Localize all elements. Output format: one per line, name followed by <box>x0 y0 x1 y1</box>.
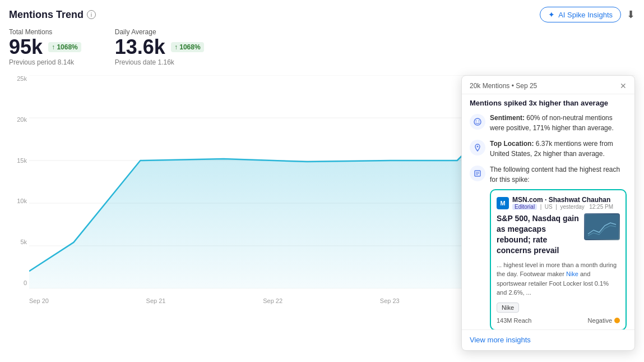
tooltip-date-badge: 20k Mentions • Sep 25 <box>470 82 537 90</box>
source-meta: Editorial | US | yesterday 12:25 PM <box>512 204 613 210</box>
daily-avg-value: 13.6k <box>115 37 165 57</box>
daily-avg-main: 13.6k ↑ 1068% <box>115 37 204 57</box>
daily-avg-label: Daily Average <box>115 28 204 36</box>
highlight-nike: Nike <box>566 271 578 277</box>
article-content-row: S&P 500, Nasdaq gain as megacaps rebound… <box>497 213 620 256</box>
tooltip-popup: 20k Mentions • Sep 25 ✕ Mentions spiked … <box>461 75 635 351</box>
x-label-sep20: Sep 20 <box>29 297 49 304</box>
view-more-row: View more insights <box>462 329 634 350</box>
article-tag[interactable]: Nike <box>497 303 519 313</box>
ai-spike-button[interactable]: ✦ AI Spike Insights <box>540 7 621 22</box>
location-icon <box>470 140 485 155</box>
y-axis: 25k 20k 15k 10k 5k 0 <box>9 75 27 288</box>
article-source-row: M MSN.com · Shashwat Chauhan Editorial |… <box>497 196 620 210</box>
sentiment-dot <box>614 318 620 323</box>
msn-logo: M <box>497 197 509 209</box>
chart-area: 25k 20k 15k 10k 5k 0 <box>9 75 635 311</box>
tooltip-close-icon[interactable]: ✕ <box>620 81 627 90</box>
editorial-badge: Editorial <box>512 204 537 210</box>
reach-text: 143M Reach <box>497 317 531 324</box>
location-insight-text: Top Location: 6.37k mentions were from U… <box>490 139 627 159</box>
ai-spike-label: AI Spike Insights <box>558 11 613 19</box>
y-label-25k: 25k <box>9 75 27 82</box>
sentiment-badge: Negative <box>588 317 620 324</box>
y-label-15k: 15k <box>9 157 27 164</box>
tooltip-spike-title: Mentions spiked 3x higher than average <box>462 94 634 111</box>
source-region: US <box>545 204 553 210</box>
sentiment-insight-text: Sentiment: 60% of non-neutral mentions w… <box>490 113 627 133</box>
header-row: Mentions Trend i ✦ AI Spike Insights ⬇ <box>9 7 635 22</box>
total-mentions-label: Total Mentions <box>9 28 81 36</box>
svg-point-9 <box>479 121 480 122</box>
svg-point-7 <box>474 118 481 125</box>
article-wrapper: The following content had the highest re… <box>490 164 627 329</box>
header-right: ✦ AI Spike Insights ⬇ <box>540 7 635 22</box>
page-title: Mentions Trend <box>9 9 84 21</box>
sentiment-icon <box>470 114 485 130</box>
sentiment-insight-item: Sentiment: 60% of non-neutral mentions w… <box>470 113 627 133</box>
svg-rect-15 <box>585 214 619 239</box>
total-mentions-prev: Previous period 8.14k <box>9 58 81 66</box>
tooltip-header: 20k Mentions • Sep 25 ✕ <box>462 76 634 94</box>
article-thumb-inner <box>584 213 620 240</box>
spark-icon: ✦ <box>548 10 555 19</box>
article-headline: S&P 500, Nasdaq gain as megacaps rebound… <box>497 213 580 256</box>
main-container: Mentions Trend i ✦ AI Spike Insights ⬇ T… <box>0 0 644 362</box>
x-label-sep21: Sep 21 <box>146 297 166 304</box>
article-thumbnail <box>584 213 620 240</box>
daily-avg-badge: ↑ 1068% <box>171 42 204 52</box>
article-excerpt: ... highest level in more than a month d… <box>497 260 620 297</box>
source-time: yesterday <box>560 204 584 210</box>
header-left: Mentions Trend i <box>9 9 96 21</box>
sentiment-label: Negative <box>588 317 612 324</box>
x-label-sep22: Sep 22 <box>263 297 282 304</box>
total-mentions-main: 95k ↑ 1068% <box>9 37 81 57</box>
x-label-sep23: Sep 23 <box>380 297 400 304</box>
download-icon-top[interactable]: ⬇ <box>627 8 635 21</box>
content-label: The following content had the highest re… <box>490 164 627 185</box>
location-insight-item: Top Location: 6.37k mentions were from U… <box>470 139 627 159</box>
total-mentions-stat: Total Mentions 95k ↑ 1068% Previous peri… <box>9 28 81 66</box>
total-mentions-badge: ↑ 1068% <box>48 42 81 52</box>
article-icon <box>470 166 485 181</box>
y-label-0: 0 <box>9 279 27 286</box>
stats-row: Total Mentions 95k ↑ 1068% Previous peri… <box>9 28 635 66</box>
source-info: MSN.com · Shashwat Chauhan Editorial | U… <box>512 196 613 210</box>
y-label-5k: 5k <box>9 239 27 245</box>
y-label-20k: 20k <box>9 116 27 123</box>
insights-scroll[interactable]: Sentiment: 60% of non-neutral mentions w… <box>462 111 634 329</box>
daily-avg-prev: Previous date 1.16k <box>115 58 204 66</box>
svg-point-8 <box>476 121 477 122</box>
article-footer: 143M Reach Negative <box>497 317 620 324</box>
total-mentions-value: 95k <box>9 37 43 57</box>
view-more-link[interactable]: View more insights <box>470 336 531 344</box>
daily-avg-stat: Daily Average 13.6k ↑ 1068% Previous dat… <box>115 28 204 66</box>
svg-point-10 <box>477 146 479 148</box>
article-card: M MSN.com · Shashwat Chauhan Editorial |… <box>490 189 627 329</box>
article-insight: The following content had the highest re… <box>470 164 627 329</box>
source-name: MSN.com · Shashwat Chauhan <box>512 196 613 204</box>
y-label-10k: 10k <box>9 198 27 204</box>
source-clock: 12:25 PM <box>589 204 613 210</box>
info-icon[interactable]: i <box>87 10 96 19</box>
